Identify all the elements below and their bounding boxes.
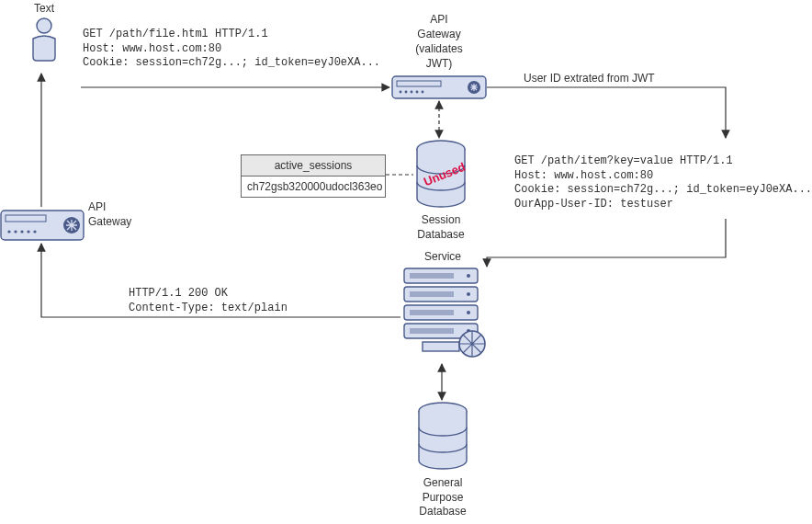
- svg-point-12: [422, 91, 424, 94]
- service-icon: [400, 267, 489, 365]
- edge-extract-label: User ID extrated from JWT: [524, 72, 689, 86]
- svg-rect-27: [423, 342, 459, 351]
- svg-point-10: [411, 91, 413, 94]
- table-header: active_sessions: [242, 155, 385, 177]
- svg-rect-20: [410, 291, 454, 297]
- api-gateway-1-subtitle: (validates JWT): [404, 42, 474, 71]
- user-icon: [28, 17, 61, 74]
- session-database-label: Session Database: [412, 213, 470, 242]
- api-gateway-1-title: API Gateway: [404, 13, 474, 41]
- svg-point-9: [405, 91, 408, 94]
- svg-point-11: [416, 91, 419, 94]
- svg-point-36: [33, 230, 36, 233]
- general-database-icon: [417, 402, 468, 474]
- svg-rect-22: [410, 328, 454, 334]
- user-label: Text: [26, 2, 62, 17]
- svg-point-24: [467, 292, 470, 296]
- service-label: Service: [419, 250, 467, 265]
- http-response: HTTP/1.1 200 OK Content-Type: text/plain: [129, 287, 288, 315]
- svg-point-8: [400, 91, 402, 94]
- svg-point-35: [27, 230, 29, 233]
- general-database-label: General Purpose Database: [413, 476, 472, 519]
- http-request-1: GET /path/file.html HTTP/1.1 Host: www.h…: [83, 28, 380, 71]
- table-row: ch72gsb320000udocl363eo: [242, 177, 385, 197]
- api-gateway-2-icon: [0, 210, 85, 244]
- svg-point-23: [467, 274, 470, 278]
- svg-rect-19: [410, 273, 454, 279]
- active-sessions-table: active_sessions ch72gsb320000udocl363eo: [241, 154, 386, 198]
- svg-point-34: [20, 230, 23, 233]
- svg-point-5: [37, 18, 51, 33]
- svg-rect-21: [410, 310, 454, 315]
- http-request-2: GET /path/item?key=value HTTP/1.1 Host: …: [514, 154, 812, 211]
- svg-point-25: [467, 311, 470, 314]
- svg-point-33: [14, 230, 17, 233]
- api-gateway-1-icon: [391, 75, 487, 102]
- api-gateway-2-label: API Gateway: [88, 200, 138, 229]
- svg-point-32: [7, 230, 10, 233]
